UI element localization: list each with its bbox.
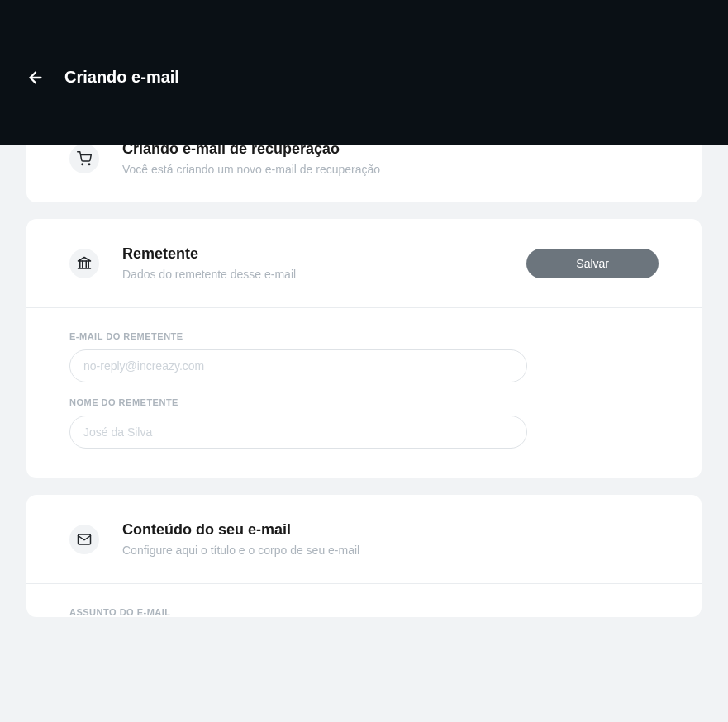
content-subtitle: Configure aqui o título e o corpo de seu…: [122, 544, 359, 557]
sender-name-label: NOME DO REMETENTE: [69, 397, 659, 407]
svg-point-1: [82, 164, 83, 165]
sender-name-input[interactable]: [69, 416, 527, 449]
intro-subtitle: Você está criando um novo e-mail de recu…: [122, 163, 380, 176]
envelope-icon: [69, 525, 99, 554]
content-card: Conteúdo do seu e-mail Configure aqui o …: [26, 495, 702, 617]
svg-point-2: [88, 164, 90, 165]
sender-title: Remetente: [122, 245, 296, 263]
sender-email-input[interactable]: [69, 349, 527, 382]
sender-email-label: E-MAIL DO REMETENTE: [69, 331, 659, 341]
content-title: Conteúdo do seu e-mail: [122, 521, 359, 539]
back-arrow-icon[interactable]: [26, 69, 45, 87]
page-header: Criando e-mail: [0, 0, 728, 145]
bank-icon: [69, 249, 99, 278]
sender-card: Remetente Dados do remetente desse e-mai…: [26, 219, 702, 478]
subject-label: ASSUNTO DO E-MAIL: [69, 607, 659, 617]
page-title: Criando e-mail: [64, 68, 179, 87]
cart-icon: [69, 144, 99, 173]
sender-subtitle: Dados do remetente desse e-mail: [122, 268, 296, 281]
save-button[interactable]: Salvar: [526, 249, 659, 278]
